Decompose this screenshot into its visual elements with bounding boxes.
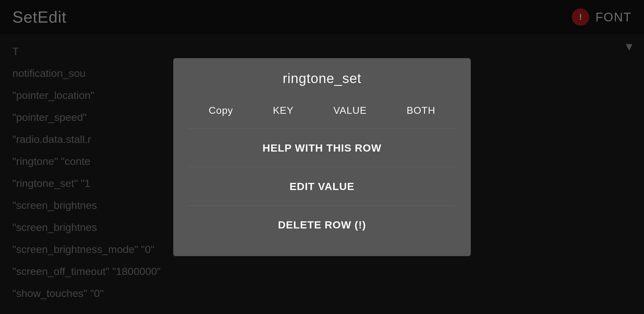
copy-button[interactable]: Copy — [199, 98, 242, 122]
copy-options-row: Copy KEY VALUE BOTH — [183, 98, 461, 122]
copy-both-button[interactable]: BOTH — [397, 98, 445, 122]
divider-3 — [189, 205, 455, 206]
copy-key-button[interactable]: KEY — [263, 98, 303, 122]
divider-2 — [189, 167, 455, 167]
delete-row-button[interactable]: DELETE ROW (!) — [183, 209, 461, 241]
edit-value-button[interactable]: EDIT VALUE — [183, 170, 461, 202]
copy-value-button[interactable]: VALUE — [324, 98, 376, 122]
help-with-row-button[interactable]: HELP WITH THIS ROW — [183, 132, 461, 164]
context-menu-modal: ringtone_set Copy KEY VALUE BOTH HELP WI… — [173, 58, 471, 256]
modal-title: ringtone_set — [183, 70, 461, 86]
divider-1 — [189, 128, 455, 129]
